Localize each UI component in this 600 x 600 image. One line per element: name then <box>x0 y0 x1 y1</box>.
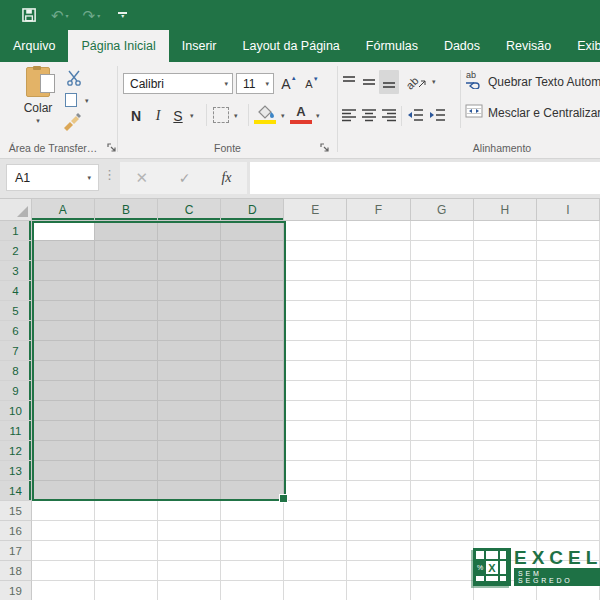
cell-G10[interactable] <box>411 401 474 421</box>
increase-indent-button[interactable] <box>427 106 447 124</box>
cell-I2[interactable] <box>537 241 600 261</box>
cell-A17[interactable] <box>32 541 95 561</box>
cell-D2[interactable] <box>221 241 284 261</box>
cell-A5[interactable] <box>32 301 95 321</box>
cell-G5[interactable] <box>411 301 474 321</box>
cell-F6[interactable] <box>347 321 410 341</box>
top-align-button[interactable] <box>339 70 359 94</box>
cell-C14[interactable] <box>158 481 221 501</box>
font-size-combobox[interactable]: 11 ▾ <box>236 73 274 94</box>
cell-E19[interactable] <box>284 581 347 600</box>
column-header-A[interactable]: A <box>32 199 95 221</box>
cell-G12[interactable] <box>411 441 474 461</box>
cell-C13[interactable] <box>158 461 221 481</box>
row-header-4[interactable]: 4 <box>0 281 32 301</box>
cell-G1[interactable] <box>411 221 474 241</box>
cell-C8[interactable] <box>158 361 221 381</box>
cell-D10[interactable] <box>221 401 284 421</box>
cell-F13[interactable] <box>347 461 410 481</box>
cell-D16[interactable] <box>221 521 284 541</box>
cell-I4[interactable] <box>537 281 600 301</box>
cell-E18[interactable] <box>284 561 347 581</box>
cell-C10[interactable] <box>158 401 221 421</box>
clipboard-dialog-launcher-icon[interactable] <box>107 143 117 153</box>
cell-C1[interactable] <box>158 221 221 241</box>
cell-F14[interactable] <box>347 481 410 501</box>
cell-G16[interactable] <box>411 521 474 541</box>
column-header-F[interactable]: F <box>347 199 410 221</box>
row-header-2[interactable]: 2 <box>0 241 32 261</box>
cell-I3[interactable] <box>537 261 600 281</box>
cell-A18[interactable] <box>32 561 95 581</box>
cell-A6[interactable] <box>32 321 95 341</box>
cell-E12[interactable] <box>284 441 347 461</box>
cell-A7[interactable] <box>32 341 95 361</box>
cell-D12[interactable] <box>221 441 284 461</box>
font-color-caret-icon[interactable]: ▾ <box>316 112 320 119</box>
cell-C11[interactable] <box>158 421 221 441</box>
cell-F18[interactable] <box>347 561 410 581</box>
cell-H6[interactable] <box>474 321 537 341</box>
undo-icon[interactable]: ↶▾ <box>51 5 69 25</box>
wrap-text-label[interactable]: Quebrar Texto Autom <box>488 75 600 89</box>
cell-B13[interactable] <box>95 461 158 481</box>
cell-F5[interactable] <box>347 301 410 321</box>
cell-G18[interactable] <box>411 561 474 581</box>
cell-H4[interactable] <box>474 281 537 301</box>
tab-revisao[interactable]: Revisão <box>493 30 564 62</box>
cell-B10[interactable] <box>95 401 158 421</box>
borders-caret-icon[interactable]: ▾ <box>234 112 238 119</box>
cell-D15[interactable] <box>221 501 284 521</box>
paste-dropdown-caret-icon[interactable]: ▾ <box>36 117 40 124</box>
cell-A1[interactable] <box>32 221 95 241</box>
cell-B15[interactable] <box>95 501 158 521</box>
cell-H13[interactable] <box>474 461 537 481</box>
cell-A15[interactable] <box>32 501 95 521</box>
cell-C2[interactable] <box>158 241 221 261</box>
cell-E14[interactable] <box>284 481 347 501</box>
cell-D19[interactable] <box>221 581 284 600</box>
cell-G2[interactable] <box>411 241 474 261</box>
cell-E5[interactable] <box>284 301 347 321</box>
cell-G11[interactable] <box>411 421 474 441</box>
formula-input[interactable] <box>250 162 600 194</box>
cell-E3[interactable] <box>284 261 347 281</box>
cell-D8[interactable] <box>221 361 284 381</box>
cell-D4[interactable] <box>221 281 284 301</box>
cell-E9[interactable] <box>284 381 347 401</box>
cell-F1[interactable] <box>347 221 410 241</box>
decrease-indent-button[interactable] <box>405 106 425 124</box>
cell-F2[interactable] <box>347 241 410 261</box>
cell-B3[interactable] <box>95 261 158 281</box>
cell-H1[interactable] <box>474 221 537 241</box>
copy-dropdown-caret-icon[interactable]: ▾ <box>85 97 89 104</box>
customize-quick-access-icon[interactable]: ▾ <box>118 12 127 19</box>
column-header-D[interactable]: D <box>221 199 284 221</box>
row-header-7[interactable]: 7 <box>0 341 32 361</box>
cell-H11[interactable] <box>474 421 537 441</box>
cell-A8[interactable] <box>32 361 95 381</box>
column-header-I[interactable]: I <box>537 199 600 221</box>
cell-G9[interactable] <box>411 381 474 401</box>
cell-E8[interactable] <box>284 361 347 381</box>
cell-H15[interactable] <box>474 501 537 521</box>
cell-D9[interactable] <box>221 381 284 401</box>
cell-E7[interactable] <box>284 341 347 361</box>
tab-pagina-inicial[interactable]: Página Inicial <box>68 30 168 62</box>
cell-A3[interactable] <box>32 261 95 281</box>
cell-I13[interactable] <box>537 461 600 481</box>
name-box-caret-icon[interactable]: ▾ <box>87 174 91 181</box>
cell-F19[interactable] <box>347 581 410 600</box>
cell-F17[interactable] <box>347 541 410 561</box>
cell-G8[interactable] <box>411 361 474 381</box>
cell-C19[interactable] <box>158 581 221 600</box>
underline-caret-icon[interactable]: ▾ <box>190 112 194 119</box>
row-header-17[interactable]: 17 <box>0 541 32 561</box>
row-header-15[interactable]: 15 <box>0 501 32 521</box>
cell-F16[interactable] <box>347 521 410 541</box>
row-header-13[interactable]: 13 <box>0 461 32 481</box>
cell-F15[interactable] <box>347 501 410 521</box>
cell-E11[interactable] <box>284 421 347 441</box>
cell-B16[interactable] <box>95 521 158 541</box>
cell-C9[interactable] <box>158 381 221 401</box>
